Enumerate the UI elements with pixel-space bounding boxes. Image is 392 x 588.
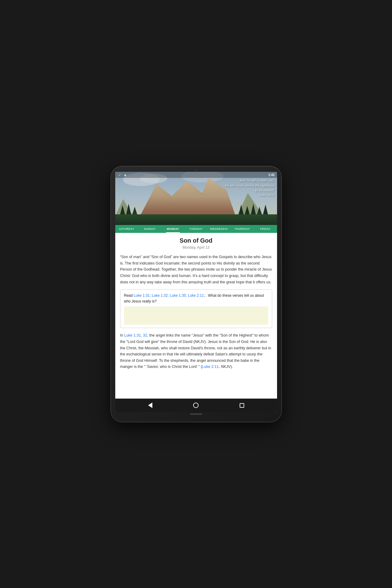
lesson-title: Son of God [120,237,272,244]
tablet-screen: ✓ ◈ 1:43 [115,172,277,412]
checkmark-icon: ✓ [118,173,122,177]
lesson-date: Monday, April 13 [120,245,272,250]
back-icon [148,403,152,408]
tab-wednesday[interactable]: WEDNESDAY [208,225,231,233]
home-indicator [190,413,202,415]
question-text: Read Luke 1:31; Luke 1:32; Luke 1:35; Lu… [124,293,268,304]
continuation-link-2[interactable]: Luke 2:11 [202,365,219,369]
tab-monday[interactable]: MONDAY [161,225,185,233]
tab-saturday[interactable]: SATURDAY [115,225,138,233]
tab-sunday[interactable]: SUNDAY [138,225,161,233]
question-box: Read Luke 1:31; Luke 1:32; Luke 1:35; Lu… [120,289,272,328]
tablet-device: ✓ ◈ 1:43 [111,166,281,422]
recents-button[interactable] [236,400,247,411]
tablet-camera [195,169,197,172]
answer-area[interactable] [124,306,268,325]
continuation-link-1[interactable]: Luke 1:31, 32 [124,333,147,337]
android-nav-bar [115,399,277,412]
notification-icon: ◈ [123,173,127,177]
question-scripture-links[interactable]: Luke 1:31; Luke 1:32; Luke 1:35; Luke 2:… [134,293,204,298]
day-tabs: SATURDAY SUNDAY MONDAY TUESDAY WEDNESDAY… [115,225,277,233]
verse-line-2: he will never permit the righteous [225,183,274,188]
status-bar-left: ✓ ◈ [118,173,127,177]
tab-thursday[interactable]: THURSDAY [231,225,254,233]
tablet-bottom [190,412,202,416]
tab-friday[interactable]: FRIDAY [254,225,277,233]
status-bar: ✓ ◈ 1:43 [115,172,277,178]
home-button[interactable] [190,400,201,411]
lesson-continuation: In Luke 1:31, 32, the angel links the na… [120,332,272,370]
hero-image: and he will sustain you; he will never p… [115,172,277,225]
recents-icon [240,403,244,408]
home-icon [193,403,199,408]
question-prompt-prefix: Read [124,293,134,298]
hero-verse-overlay: and he will sustain you; he will never p… [225,178,274,197]
svg-rect-11 [115,214,277,225]
verse-line-3: to be moved. [225,188,274,193]
verse-reference: Psalm 55:22 [225,194,274,197]
status-time: 1:43 [268,173,274,177]
lesson-intro: “Son of man” and “Son of God” are two na… [120,254,272,285]
verse-line-1: and he will sustain you; [225,178,274,183]
back-button[interactable] [145,400,156,411]
tab-tuesday[interactable]: TUESDAY [185,225,208,233]
content-area[interactable]: Son of God Monday, April 13 “Son of man”… [115,233,277,399]
